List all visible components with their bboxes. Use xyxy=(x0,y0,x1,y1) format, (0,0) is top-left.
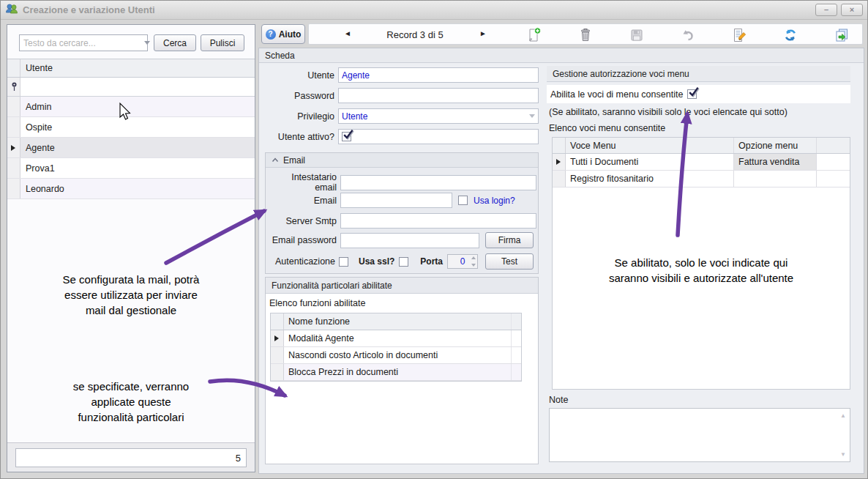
firma-button[interactable]: Firma xyxy=(485,232,534,248)
user-row-label: Leonardo xyxy=(20,179,255,198)
table-row[interactable]: Prova1 xyxy=(7,158,255,179)
duplicate-record-button[interactable] xyxy=(834,27,850,43)
annotation-mail: Se configurata la mail, potrà essere uti… xyxy=(7,272,255,318)
title-bar: Creazione e variazione Utenti – × xyxy=(1,1,867,20)
new-record-button[interactable] xyxy=(526,27,542,43)
opzione-menu-cell xyxy=(734,171,817,187)
field-row-server-smtp: Server Smtp xyxy=(267,213,536,229)
refresh-button[interactable] xyxy=(782,27,798,43)
utente-attivo-label: Utente attivo? xyxy=(265,132,338,142)
intestatario-label: Intestatario email xyxy=(267,172,340,193)
privilegio-label: Privilegio xyxy=(265,111,338,122)
autenticazione-label: Autenticazione xyxy=(272,256,339,267)
email-field[interactable] xyxy=(340,193,452,208)
minimize-button[interactable]: – xyxy=(815,4,837,16)
users-grid-header[interactable]: Utente xyxy=(7,59,255,78)
opzione-menu-header: Opzione menu xyxy=(734,138,817,153)
previous-record-button[interactable]: ◄ xyxy=(343,29,353,37)
spinner-up-icon[interactable] xyxy=(471,256,476,259)
usa-login-checkbox[interactable] xyxy=(458,196,468,205)
menu-list-label: Elenco voci menu consentite xyxy=(549,123,665,133)
features-grid-header[interactable]: Nome funzione xyxy=(271,313,521,330)
features-section-title: Funzionalità particolari abilitate xyxy=(272,281,392,291)
table-row[interactable]: Leonardo xyxy=(7,179,255,199)
trash-icon xyxy=(577,27,594,43)
enable-menu-checkbox[interactable] xyxy=(687,89,697,99)
autenticazione-checkbox[interactable] xyxy=(339,257,348,267)
table-row-selected[interactable]: Tutti i Documenti Fattura vendita xyxy=(553,154,850,171)
users-grid-header-label: Utente xyxy=(20,59,255,77)
email-section-header[interactable]: Email xyxy=(266,153,538,168)
features-grid: Nome funzione Modalità Agente Nascondi c… xyxy=(270,313,522,382)
table-row[interactable]: Nascondi costo Articolo in documenti xyxy=(271,347,521,364)
window-title: Creazione e variazione Utenti xyxy=(23,4,155,15)
scheda-panel: Scheda Utente Password Privilegio Utente… xyxy=(258,48,864,474)
table-row[interactable]: Admin xyxy=(7,97,255,117)
intestatario-field[interactable] xyxy=(340,175,536,190)
table-row[interactable]: Registro fitosanitario xyxy=(553,171,850,187)
scroll-up-icon[interactable]: ▲ xyxy=(840,412,846,419)
save-record-button[interactable] xyxy=(629,27,645,43)
search-button[interactable]: Cerca xyxy=(154,34,196,51)
password-label: Password xyxy=(265,91,338,101)
check-icon xyxy=(342,129,354,140)
test-button[interactable]: Test xyxy=(485,253,534,270)
enable-menu-row: Abilita le voci di menu consentite xyxy=(547,85,850,103)
record-navigation-bar: ◄ Record 3 di 5 ► xyxy=(308,23,863,45)
spinner-down-icon[interactable] xyxy=(471,264,476,267)
scroll-down-icon[interactable]: ▼ xyxy=(840,451,846,458)
table-row[interactable]: Ospite xyxy=(7,117,255,138)
users-grid-filter-row[interactable] xyxy=(7,78,255,97)
table-row-selected[interactable]: Modalità Agente xyxy=(271,330,521,347)
save-icon xyxy=(629,27,645,43)
row-marker-icon xyxy=(274,335,279,341)
table-row[interactable]: Blocca Prezzi in documenti xyxy=(271,364,521,381)
field-row-utente: Utente xyxy=(265,67,539,83)
menu-auth-section: Gestione autorizzazione voci menu Abilit… xyxy=(547,66,853,473)
menu-auth-header: Gestione autorizzazione voci menu xyxy=(547,66,850,82)
field-row-utente-attivo: Utente attivo? xyxy=(265,129,539,144)
usa-login-label: Usa login? xyxy=(474,196,515,206)
search-input[interactable] xyxy=(20,38,141,48)
server-smtp-label: Server Smtp xyxy=(267,216,340,226)
help-button[interactable]: ? Aiuto xyxy=(261,24,305,44)
clear-button[interactable]: Pulisci xyxy=(201,34,244,51)
note-textarea[interactable]: ▲ ▼ xyxy=(549,408,850,462)
menu-grid-header[interactable]: Voce Menu Opzione menu xyxy=(553,138,850,154)
search-combo[interactable] xyxy=(19,34,148,51)
utente-field[interactable] xyxy=(338,67,539,83)
password-field[interactable] xyxy=(338,88,539,103)
privilegio-select[interactable]: Utente xyxy=(338,108,539,124)
feature-row-label: Blocca Prezzi in documenti xyxy=(284,364,512,380)
main-toolbar: ? Aiuto ◄ Record 3 di 5 ► xyxy=(258,23,864,46)
annotation-menu: Se abilitato, solo le voci indicate qui … xyxy=(553,255,850,286)
refresh-icon xyxy=(782,27,798,43)
features-section: Funzionalità particolari abilitate Elenc… xyxy=(265,277,539,464)
edit-icon xyxy=(731,27,747,43)
undo-button[interactable] xyxy=(680,27,696,43)
usa-ssl-checkbox[interactable] xyxy=(399,257,408,267)
menu-auth-hint: (Se abilitato, saranno visibili solo le … xyxy=(549,107,787,117)
edit-record-button[interactable] xyxy=(731,27,747,43)
email-password-field[interactable] xyxy=(340,233,479,248)
field-row-email: Email Usa login? xyxy=(267,193,536,208)
feature-row-label: Nascondi costo Articolo in documenti xyxy=(284,347,512,363)
users-grid: Utente Admin Ospite xyxy=(7,59,255,199)
utente-attivo-checkbox[interactable] xyxy=(342,132,351,141)
close-button[interactable]: × xyxy=(841,4,863,16)
next-record-button[interactable]: ► xyxy=(478,29,488,37)
users-app-icon xyxy=(5,3,18,17)
delete-record-button[interactable] xyxy=(577,27,594,43)
server-smtp-field[interactable] xyxy=(340,213,536,229)
table-row-selected[interactable]: Agente xyxy=(7,138,255,158)
field-row-privilegio: Privilegio Utente xyxy=(265,108,539,124)
enable-menu-label: Abilita le voci di menu consentite xyxy=(550,89,683,100)
search-dropdown-button[interactable] xyxy=(141,35,154,51)
menu-auth-title: Gestione autorizzazione voci menu xyxy=(553,69,689,79)
porta-label: Porta xyxy=(420,256,443,267)
tab-scheda[interactable]: Scheda xyxy=(259,48,864,63)
annotation-features: se specificate, verranno applicate quest… xyxy=(7,379,255,425)
features-grid-header-label: Nome funzione xyxy=(284,313,512,330)
porta-spinner[interactable]: 0 xyxy=(447,254,478,269)
usa-ssl-label: Usa ssl? xyxy=(359,256,394,267)
